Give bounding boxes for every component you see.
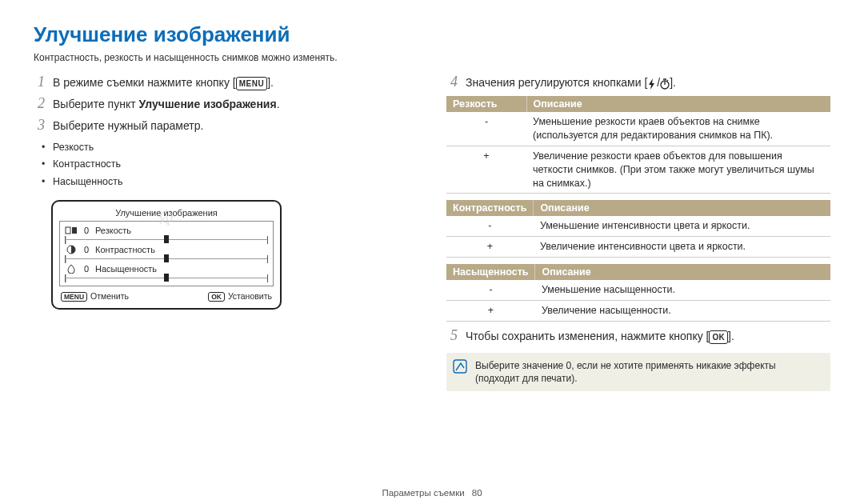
- footer-section: Параметры съемки: [382, 488, 464, 498]
- lcd-value: 0: [82, 226, 90, 235]
- page-subtitle: Контрастность, резкость и насыщенность с…: [34, 52, 830, 63]
- svg-rect-5: [454, 360, 466, 373]
- step-text: Значения регулируются кнопками [: [466, 76, 647, 89]
- step-1: 1 В режиме съемки нажмите кнопку [MENU].: [34, 74, 418, 91]
- table-row: - Уменьшение резкости краев объектов на …: [446, 112, 830, 146]
- table-header: Описание: [535, 264, 830, 280]
- table-sharpness: Резкость Описание - Уменьшение резкости …: [446, 96, 830, 194]
- sharpness-icon: [65, 226, 78, 235]
- table-desc: Уменьшение интенсивности цвета и яркости…: [534, 216, 830, 236]
- lcd-row-contrast: 0 Контрастность: [65, 244, 268, 255]
- lcd-value: 0: [82, 264, 90, 274]
- contrast-icon: [65, 245, 78, 254]
- table-sign: -: [446, 216, 534, 236]
- step-4: 4 Значения регулируются кнопками [/].: [446, 74, 830, 91]
- table-sign: +: [446, 301, 535, 322]
- step-number: 1: [34, 74, 45, 90]
- table-row: - Уменьшение интенсивности цвета и яркос…: [446, 216, 830, 236]
- table-header: Описание: [526, 96, 830, 112]
- table-saturation: Насыщенность Описание - Уменьшение насыщ…: [446, 264, 830, 322]
- step-number: 5: [446, 328, 458, 344]
- step-number: 2: [34, 96, 45, 112]
- lcd-slider: [65, 274, 268, 282]
- note-text: Выберите значение 0, если не хотите прим…: [475, 359, 819, 385]
- lcd-label: Контрастность: [95, 245, 155, 254]
- lcd-menu-button: MENU: [61, 292, 87, 302]
- saturation-icon: [65, 264, 78, 274]
- menu-button-label: MENU: [236, 77, 267, 90]
- page-title: Улучшение изображений: [34, 22, 830, 47]
- lcd-row-saturation: 0 Насыщенность: [65, 263, 268, 274]
- svg-rect-2: [72, 227, 77, 234]
- table-sign: -: [446, 112, 526, 146]
- lcd-ok-text: Установить: [228, 291, 272, 301]
- step-text: ].: [728, 330, 734, 342]
- svg-rect-1: [66, 227, 70, 234]
- table-contrast: Контрастность Описание - Уменьшение инте…: [446, 200, 830, 258]
- table-row: + Увеличение насыщенности.: [446, 301, 830, 322]
- table-header: Описание: [534, 200, 830, 216]
- table-row: + Увеличение интенсивности цвета и яркос…: [446, 237, 830, 258]
- lcd-slider: [65, 236, 268, 244]
- table-sign: +: [446, 237, 534, 258]
- list-item: Контрастность: [53, 156, 418, 173]
- table-header: Контрастность: [446, 200, 534, 216]
- pointer-hint-icon: [154, 206, 178, 229]
- step-3: 3 Выберите нужный параметр.: [34, 118, 418, 134]
- note-box: Выберите значение 0, если не хотите прим…: [446, 353, 830, 391]
- table-row: + Увеличение резкости краев объектов для…: [446, 146, 830, 194]
- info-icon: [453, 359, 467, 374]
- step-text-bold: Улучшение изображения: [138, 98, 276, 110]
- step-number: 3: [34, 118, 45, 134]
- list-item: Резкость: [53, 139, 418, 156]
- lcd-cancel-text: Отменить: [90, 291, 129, 301]
- timer-icon: [660, 78, 670, 89]
- lcd-label: Резкость: [95, 226, 131, 235]
- table-desc: Уменьшение насыщенности.: [535, 280, 830, 300]
- table-sign: +: [446, 146, 526, 194]
- step-text: ].: [670, 76, 676, 89]
- ok-button-label: OK: [709, 330, 728, 344]
- table-sign: -: [446, 280, 535, 300]
- table-desc: Увеличение насыщенности.: [535, 301, 830, 322]
- table-header: Насыщенность: [446, 264, 535, 280]
- table-desc: Уменьшение резкости краев объектов на сн…: [526, 112, 830, 146]
- table-desc: Увеличение резкости краев объектов для п…: [526, 146, 830, 194]
- footer-page-number: 80: [472, 488, 482, 498]
- table-desc: Увеличение интенсивности цвета и яркости…: [534, 237, 830, 258]
- step-text: В режиме съемки нажмите кнопку [: [53, 76, 236, 89]
- step-5: 5 Чтобы сохранить изменения, нажмите кно…: [446, 328, 830, 345]
- list-item: Насыщенность: [53, 174, 418, 190]
- table-row: - Уменьшение насыщенности.: [446, 280, 830, 300]
- flash-icon: [647, 78, 657, 89]
- step-text: Выберите пункт: [53, 98, 138, 110]
- lcd-panel: 0 Резкость 0 Контрастность: [59, 221, 274, 286]
- lcd-value: 0: [82, 245, 90, 254]
- lcd-ok-button: OK: [208, 292, 225, 302]
- lcd-label: Насыщенность: [95, 264, 157, 274]
- lcd-preview: Улучшение изображения 0 Резкость: [51, 200, 282, 310]
- lcd-slider: [65, 255, 268, 263]
- step-number: 4: [446, 74, 458, 90]
- table-header: Резкость: [446, 96, 526, 112]
- step-text: Выберите нужный параметр.: [53, 118, 418, 134]
- step-2: 2 Выберите пункт Улучшение изображения.: [34, 96, 418, 113]
- page-footer: Параметры съемки 80: [0, 488, 864, 498]
- step-text: .: [277, 98, 280, 110]
- parameter-list: Резкость Контрастность Насыщенность: [34, 139, 418, 190]
- step-text: ].: [267, 76, 274, 89]
- step-text: Чтобы сохранить изменения, нажмите кнопк…: [466, 330, 709, 342]
